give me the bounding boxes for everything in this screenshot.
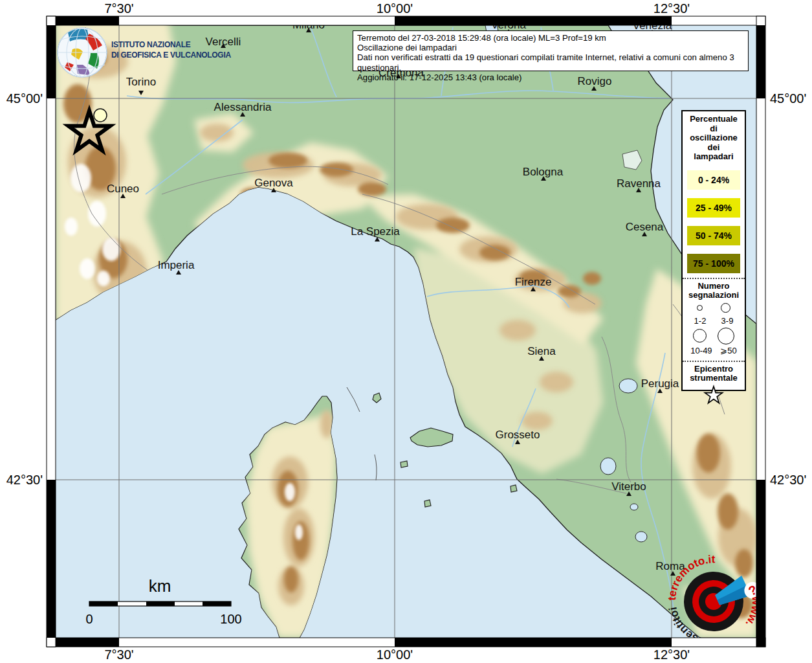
legend-class-50-74: 50 - 74%	[687, 226, 740, 245]
city-label-bologna: Bologna	[523, 166, 564, 178]
city-label-siena: Siena	[527, 345, 556, 357]
axis-top-3: 12°30'	[653, 1, 690, 16]
signal-size-50plus-icon	[718, 328, 734, 344]
signal-size-1-2-label: 1-2	[694, 316, 707, 326]
axis-top-2: 10°00'	[377, 1, 413, 16]
axis-left-2: 42°30'	[1, 473, 43, 488]
legend-title-line: Percentuale	[683, 115, 745, 124]
signal-size-1-2-icon	[697, 305, 703, 311]
legend-title-line: oscillazione	[683, 133, 745, 143]
legend-epicenter-star-icon	[703, 385, 725, 407]
legend-title: Percentuale di oscillazione dei lampadar…	[683, 111, 745, 162]
legend-title-line: dei	[683, 143, 745, 153]
city-label-torino: Torino	[126, 76, 156, 88]
event-title-line3: Dati non verificati estratti da 19 quest…	[357, 52, 744, 72]
event-title-line4: Aggiornato il: 17-12-2025 13:43 (ora loc…	[357, 73, 744, 82]
map-interior: Torino Vercelli Milano Cremona Verona Ve…	[56, 19, 776, 661]
city-label-alessandria: Alessandria	[214, 101, 272, 113]
legend-class-75-100: 75 - 100%	[687, 254, 740, 273]
city-label-imperia: Imperia	[158, 259, 195, 271]
legend-title-line: di	[683, 124, 745, 134]
axis-top-1: 7°30'	[104, 1, 133, 16]
map-screenshot: Torino Vercelli Milano Cremona Verona Ve…	[0, 0, 812, 663]
legend-divider	[683, 361, 745, 362]
city-label-genova: Genova	[254, 177, 293, 189]
legend: Percentuale di oscillazione dei lampadar…	[681, 110, 746, 391]
signal-size-10-49-icon	[693, 329, 707, 343]
axis-bottom-3: 12°30'	[653, 647, 690, 662]
axis-left-1: 45°00'	[1, 91, 43, 106]
signal-size-50plus-label: ⩾50	[720, 346, 736, 356]
signal-size-10-49-label: 10-49	[690, 346, 712, 356]
legend-signals-title-line: Numero	[683, 282, 745, 291]
legend-class-25-49: 25 - 49%	[687, 198, 740, 218]
legend-title-line: lampadari	[683, 152, 745, 162]
scalebar-start: 0	[85, 612, 93, 626]
signal-size-3-9-icon	[721, 303, 730, 313]
legend-divider	[683, 278, 745, 279]
signal-size-3-9-label: 3-9	[721, 316, 734, 326]
city-label-viterbo: Viterbo	[611, 480, 646, 493]
city-label-grosseto: Grosseto	[496, 429, 540, 441]
felt-report-point	[94, 109, 107, 122]
city-label-ravenna: Ravenna	[617, 177, 661, 190]
scalebar-unit: km	[149, 576, 171, 596]
event-title-box: Terremoto del 27-03-2018 15:29:48 (ora l…	[353, 30, 749, 71]
axis-bottom-2: 10°00'	[377, 647, 413, 662]
city-label-vercelli: Vercelli	[206, 36, 241, 48]
city-label-la-spezia: La Spezia	[351, 225, 400, 238]
axis-right-1: 45°00'	[770, 91, 806, 106]
legend-class-0-24: 0 - 24%	[687, 170, 740, 190]
legend-signals-title-line: segnalazioni	[683, 291, 745, 300]
city-vercelli: Vercelli	[206, 36, 241, 48]
city-label-cuneo: Cuneo	[107, 183, 139, 195]
city-label-cesena: Cesena	[626, 221, 664, 233]
legend-epicenter-line: strumentale	[683, 374, 745, 383]
city-label-firenze: Firenze	[515, 276, 552, 288]
city-label-perugia: Perugia	[641, 377, 679, 390]
ingv-logo-text-line1: ISTITUTO NAZIONALE	[111, 40, 191, 49]
event-title-line2: Oscillazione dei lampadari	[357, 43, 744, 52]
scalebar-end: 100	[220, 612, 241, 626]
ingv-logo-text-line2: DI GEOFISICA E VULCANOLOGIA	[111, 51, 231, 60]
event-title-line1: Terremoto del 27-03-2018 15:29:48 (ora l…	[357, 33, 744, 43]
legend-epicenter-line: Epicentro	[683, 365, 745, 374]
axis-right-2: 42°30'	[770, 473, 806, 488]
axis-bottom-1: 7°30'	[104, 647, 133, 662]
